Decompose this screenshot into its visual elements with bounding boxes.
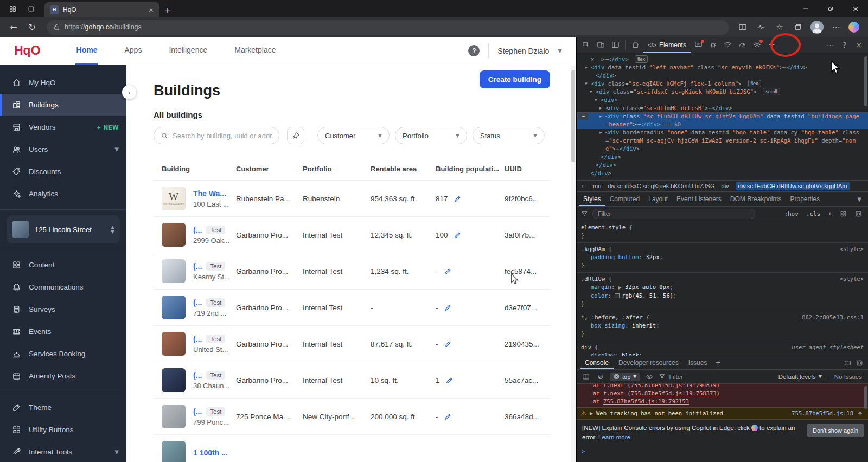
close-devtools-button[interactable]: × [852,38,866,52]
tab-close-icon[interactable]: × [148,6,154,14]
console-warning[interactable]: ⚠▶Web tracking has not been initialized7… [577,408,868,420]
sidebar-item-analytics[interactable]: Analytics [0,183,126,205]
welcome-tab-button[interactable] [628,38,642,52]
css-property[interactable]: display: block; [581,351,864,356]
breadcrumb[interactable]: div [722,183,729,189]
more-tools-button[interactable] [765,38,779,52]
favorites-star-icon[interactable]: ☆ [774,21,786,33]
css-property[interactable]: margin: ▶ 32px auto 0px; [581,283,864,292]
dom-node[interactable]: ▸<div data-testid="left-navbar" class="s… [577,63,868,72]
css-property[interactable]: padding-bottom: 32px; [581,253,864,261]
sidebar-item-amenity-posts[interactable]: Amenity Posts [0,365,126,387]
dom-node[interactable]: x >⋯</div> flex [577,55,868,63]
css-property[interactable]: color: rgb(45, 51, 56); [581,292,864,300]
profile-avatar[interactable] [810,21,824,34]
more-options-button[interactable]: ⋯ [824,38,838,52]
console-sidebar-icon[interactable] [580,371,591,382]
twisty-icon[interactable]: ▸ [599,104,605,112]
dom-node[interactable]: </div> [577,161,868,169]
rule-selector[interactable]: element.style [581,223,626,232]
column-header-portfolio[interactable]: Portfolio [303,165,371,173]
column-header-building-populati[interactable]: Building populati... [436,165,505,173]
minimize-button[interactable] [793,0,818,17]
twisty-icon[interactable]: ▸ [599,129,605,153]
styles-tab-computed[interactable]: Computed [605,192,644,206]
nav-marketplace[interactable]: Marketplace [233,37,277,65]
console-filter[interactable]: Filter [659,373,683,380]
split-screen-icon[interactable] [737,21,749,33]
add-console-tab-button[interactable]: + [712,359,724,367]
styles-tab-layout[interactable]: Layout [644,192,672,206]
nav-apps[interactable]: Apps [123,37,143,65]
filter-dropdown-status[interactable]: Status▼ [473,127,545,144]
back-button[interactable]: ← [7,20,21,34]
color-swatch-icon[interactable] [615,293,620,298]
table-row[interactable]: (...Test38 Chaun...Garbarino Pro...Inter… [154,362,550,398]
styles-tab-styles[interactable]: Styles [579,192,605,206]
twisty-icon[interactable]: ▾ [590,88,596,96]
building-name-link[interactable]: 1 100th ... [193,448,228,457]
learn-more-link[interactable]: Learn more [598,434,630,440]
column-header-customer[interactable]: Customer [236,165,303,173]
sidebar-item-communications[interactable]: Communications [0,276,126,298]
console-scrollbar[interactable] [864,386,867,409]
sidebar-item-discounts[interactable]: Discounts [0,161,126,183]
copilot-icon[interactable] [848,22,859,33]
warning-source-link[interactable]: 755.87be5f5d.js:18 [792,409,853,418]
dom-node[interactable]: ▾<div class="sc-ifdsxC sc-gKiuek hKOmiU … [577,88,868,96]
table-row[interactable]: (...TestUnited St...Garbarino Pro...Inte… [154,325,550,362]
column-header-building[interactable]: Building [154,165,236,173]
dock-side-button[interactable] [608,38,622,52]
help-button[interactable]: ? [838,38,852,52]
network-tab-button[interactable] [721,38,735,52]
console-tab-issues[interactable]: Issues [684,356,712,369]
edit-pencil-icon[interactable] [444,413,452,421]
rule-selector[interactable]: .kggDAm [581,245,605,253]
sidebar-item-content[interactable]: Content [0,254,126,276]
building-name-link[interactable]: (... [193,335,202,343]
edit-pencil-icon[interactable] [444,267,452,275]
styles-filter-input[interactable]: Filter [592,209,755,219]
sidebar-item-vendors[interactable]: Vendors✦ NEW [0,116,126,138]
table-row[interactable]: (...Test799 Ponc...725 Ponce Ma...New Ci… [154,398,550,434]
styles-tabs-overflow-icon[interactable]: ▼ [857,196,866,202]
dom-node[interactable]: ⋯▸<div class="sc-fFubCH dRlIUw sc-gIntVs… [577,112,868,129]
scroll-badge[interactable]: scroll [763,88,780,95]
create-building-button[interactable]: Create building [480,70,550,88]
user-menu-chevron-icon[interactable]: ▼ [558,48,562,54]
nav-home[interactable]: Home [75,37,99,65]
breadcrumb[interactable]: mn [593,183,601,189]
debugger-tab-button[interactable] [706,38,720,52]
edit-pencil-icon[interactable] [454,195,462,203]
clear-console-icon[interactable]: ⊘ [595,371,606,382]
breadcrumb[interactable]: div.sc-ifdsxC.sc-gKiuek.hKOmiU.biZJSG [608,183,714,189]
sidebar-item-surveys[interactable]: Surveys [0,298,126,320]
pin-filters-button[interactable] [287,127,304,144]
restore-button[interactable] [818,0,843,17]
styles-tab-properties[interactable]: Properties [786,192,825,206]
tab-actions-icon[interactable] [24,2,38,16]
device-emulation-button[interactable] [593,38,608,52]
explain-error-icon[interactable] [857,410,864,417]
console-expand-icon[interactable] [854,357,865,368]
dom-node[interactable]: </div> [577,169,868,177]
flex-badge[interactable]: flex [748,80,761,87]
table-row[interactable]: (...Test719 2nd ...Garbarino Pro...Inter… [154,289,550,325]
console-dock-icon[interactable] [842,357,853,368]
dom-node[interactable]: </div> [577,72,868,80]
dom-node[interactable]: ▾<div> [577,96,868,104]
console-tab-console[interactable]: Console [580,356,614,369]
building-name-link[interactable]: (... [193,407,202,416]
inspect-element-button[interactable] [579,38,593,52]
table-row[interactable]: 1 100th ... [154,434,550,462]
sidebar-item-theme[interactable]: Theme [0,396,126,419]
dont-show-again-button[interactable]: Don't show again [807,424,864,437]
crumb-scroll-left-icon[interactable]: ‹ [579,183,586,190]
styles-panel-icon[interactable] [853,208,864,219]
refresh-button[interactable]: ↻ [25,20,39,34]
performance-tab-button[interactable] [736,38,750,52]
sidebar-item-users[interactable]: Users▼ [0,138,126,161]
sidebar-item-internal-tools[interactable]: Internal Tools▼ [0,441,126,462]
issues-count[interactable]: No Issues [834,374,864,380]
filter-dropdown-customer[interactable]: Customer▼ [317,127,390,144]
